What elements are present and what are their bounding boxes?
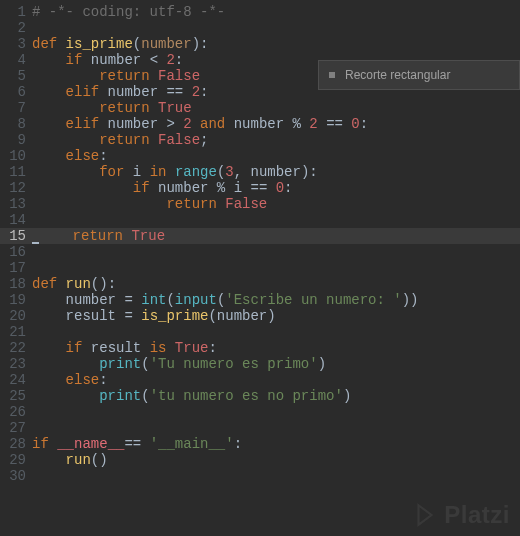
code-line[interactable]: elif number > 2 and number % 2 == 0:	[32, 116, 520, 132]
token-string: 'tu numero es no primo'	[150, 388, 343, 404]
token-op: (	[166, 292, 174, 308]
token-op: :	[360, 116, 368, 132]
token-op: ==	[166, 84, 183, 100]
line-number: 21	[0, 324, 32, 340]
line-number: 23	[0, 356, 32, 372]
code-line[interactable]: if result is True:	[32, 340, 520, 356]
line-number: 1	[0, 4, 32, 20]
token-op: (	[141, 388, 149, 404]
token-plain	[49, 436, 57, 452]
code-line[interactable]: def run():	[32, 276, 520, 292]
token-kw: elif	[66, 116, 100, 132]
token-plain	[150, 68, 158, 84]
token-op: )	[267, 308, 275, 324]
code-line[interactable]	[32, 20, 520, 36]
code-line[interactable]: else:	[32, 372, 520, 388]
code-line[interactable]: if __name__== '__main__':	[32, 436, 520, 452]
token-plain	[141, 436, 149, 452]
token-num: 2	[183, 116, 191, 132]
code-line[interactable]: else:	[32, 148, 520, 164]
code-line[interactable]: def is_prime(number):	[32, 36, 520, 52]
token-plain: number	[99, 116, 166, 132]
token-kw: def	[32, 276, 66, 292]
token-op: :	[175, 52, 183, 68]
code-line[interactable]	[32, 420, 520, 436]
overlay-marker-icon	[329, 72, 335, 78]
token-op: ):	[192, 36, 209, 52]
code-line[interactable]: # -*- coding: utf-8 -*-	[32, 4, 520, 20]
token-num: 3	[225, 164, 233, 180]
line-number: 3	[0, 36, 32, 52]
code-line[interactable]	[32, 212, 520, 228]
code-line[interactable]	[32, 468, 520, 484]
token-plain: result	[82, 340, 149, 356]
line-number: 7	[0, 100, 32, 116]
line-number: 18	[0, 276, 32, 292]
token-kw: is	[150, 340, 167, 356]
code-line[interactable]	[32, 324, 520, 340]
line-number: 13	[0, 196, 32, 212]
token-semi: ;	[200, 132, 208, 148]
token-plain	[318, 116, 326, 132]
token-kw: else	[66, 148, 100, 164]
line-number: 16	[0, 244, 32, 260]
token-num: 2	[309, 116, 317, 132]
watermark: Platzi	[412, 502, 510, 528]
token-plain	[32, 356, 99, 372]
token-builtin: int	[141, 292, 166, 308]
code-line[interactable]: run()	[32, 452, 520, 468]
token-plain: result	[32, 308, 124, 324]
token-kw: if	[66, 52, 83, 68]
screenshot-tool-overlay[interactable]: Recorte rectangular	[318, 60, 520, 90]
token-plain: number	[99, 84, 166, 100]
token-plain	[183, 84, 191, 100]
code-line[interactable]: return False	[32, 196, 520, 212]
token-op: >	[166, 116, 174, 132]
code-line[interactable]: return False;	[32, 132, 520, 148]
token-plain	[32, 132, 99, 148]
code-line[interactable]	[32, 244, 520, 260]
token-op: ,	[234, 164, 242, 180]
token-bool: False	[158, 68, 200, 84]
token-plain: number	[225, 116, 292, 132]
token-plain	[150, 132, 158, 148]
token-plain	[32, 164, 99, 180]
code-line[interactable]: print('Tu numero es primo')	[32, 356, 520, 372]
token-fn: run	[66, 452, 91, 468]
code-line[interactable]: if number % i == 0:	[32, 180, 520, 196]
code-line[interactable]	[32, 260, 520, 276]
token-plain: i	[124, 164, 149, 180]
line-number-gutter: 1234567891011121314151617181920212223242…	[0, 0, 32, 484]
line-number: 6	[0, 84, 32, 100]
token-param: number	[141, 36, 191, 52]
token-kw: elif	[66, 84, 100, 100]
line-number: 12	[0, 180, 32, 196]
token-op: :	[208, 340, 216, 356]
token-op: :	[200, 84, 208, 100]
token-op: <	[150, 52, 158, 68]
token-kw: if	[66, 340, 83, 356]
token-plain	[133, 308, 141, 324]
token-plain	[32, 148, 66, 164]
line-number: 22	[0, 340, 32, 356]
token-op: ):	[301, 164, 318, 180]
token-op: ==	[326, 116, 343, 132]
code-line[interactable]: number = int(input('Escribe un numero: '…	[32, 292, 520, 308]
token-op: :	[99, 148, 107, 164]
token-string: 'Escribe un numero: '	[225, 292, 401, 308]
token-kw: return	[99, 132, 149, 148]
token-num: 0	[351, 116, 359, 132]
code-editor[interactable]: 1234567891011121314151617181920212223242…	[0, 0, 520, 536]
code-line[interactable]: result = is_prime(number)	[32, 308, 520, 324]
token-plain	[32, 116, 66, 132]
line-number: 25	[0, 388, 32, 404]
line-number: 5	[0, 68, 32, 84]
token-plain: number	[32, 292, 124, 308]
code-line[interactable]: return True	[32, 228, 520, 244]
code-line[interactable]: return True	[32, 100, 520, 116]
code-line[interactable]	[32, 404, 520, 420]
token-string: '__main__'	[150, 436, 234, 452]
code-line[interactable]: for i in range(3, number):	[32, 164, 520, 180]
code-line[interactable]: print('tu numero es no primo')	[32, 388, 520, 404]
line-number: 28	[0, 436, 32, 452]
